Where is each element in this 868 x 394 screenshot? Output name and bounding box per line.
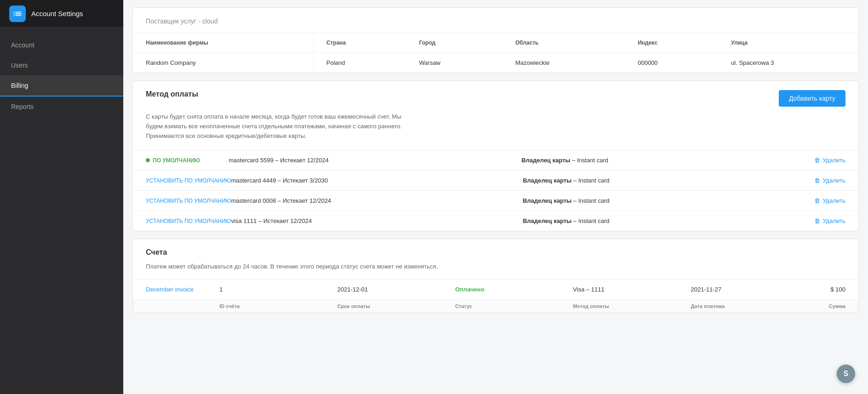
col-postal: Индекс xyxy=(625,33,718,53)
sidebar-item-account[interactable]: Account xyxy=(0,35,123,55)
sidebar-item-users[interactable]: Users xyxy=(0,55,123,75)
card-row-1: УСТАНОВИТЬ ПО УМОЛЧАНИЮ mastercard 4449 … xyxy=(133,170,858,190)
city-value: Warsaw xyxy=(406,53,502,73)
invoice-due-date: 2021-12-01 xyxy=(337,286,455,293)
default-badge: ПО УМОЛЧАНИЮ xyxy=(146,157,229,164)
col-street: Улица xyxy=(718,33,858,53)
country-value: Poland xyxy=(313,53,406,73)
col-country: Страна xyxy=(313,33,406,53)
delete-card-0-button[interactable]: 🗑 Удалить xyxy=(814,157,845,164)
invoice-row-0: December invoice 1 2021-12-01 Оплачено V… xyxy=(133,279,858,299)
sidebar-item-billing[interactable]: Billing xyxy=(0,75,123,97)
card-owner-2: Владелец карты – Instant card xyxy=(523,197,814,204)
dot-green-icon xyxy=(146,158,150,162)
set-default-card-1-button[interactable]: УСТАНОВИТЬ ПО УМОЛЧАНИЮ xyxy=(146,177,231,184)
set-default-card-3-button[interactable]: УСТАНОВИТЬ ПО УМОЛЧАНИЮ xyxy=(146,218,231,224)
postal-value: 000000 xyxy=(625,53,718,73)
sidebar: Account Settings Account Users Billing R… xyxy=(0,0,123,394)
header-payment-date: Дата платежа xyxy=(691,303,809,309)
col-region: Область xyxy=(502,33,625,53)
sidebar-item-reports[interactable]: Reports xyxy=(0,97,123,117)
sidebar-title: Account Settings xyxy=(31,10,83,17)
trash-icon: 🗑 xyxy=(814,157,820,164)
invoice-headers: ID счёта Срок оплаты Статус Метод оплаты… xyxy=(133,299,858,313)
sidebar-nav: Account Users Billing Reports xyxy=(0,28,123,394)
main-content: Поставщик услуг - cloud Наименование фир… xyxy=(123,0,868,394)
card-owner-0: Владелец карты – Instant card xyxy=(522,157,815,164)
card-info-0: mastercard 5599 – Истекает 12/2024 xyxy=(229,157,522,164)
payment-card: Метод оплаты Добавить карту С карты буде… xyxy=(132,80,859,231)
card-row-3: УСТАНОВИТЬ ПО УМОЛЧАНИЮ visa 1111 – Исте… xyxy=(133,211,858,231)
provider-row: Random Company Poland Warsaw Mazowieckie… xyxy=(133,53,858,73)
card-info-2: mastercard 0008 – Истекает 12/2024 xyxy=(231,197,523,204)
header-due-date: Срок оплаты xyxy=(337,303,455,309)
invoices-card: Счета Платеж может обрабатываться до 24 … xyxy=(132,239,859,313)
sidebar-item-reports-label: Reports xyxy=(11,103,34,110)
invoice-amount: $ 100 xyxy=(809,286,845,293)
card-owner-3: Владелец карты – Instant card xyxy=(523,217,814,224)
avatar[interactable]: S xyxy=(837,365,855,383)
payment-section-title: Метод оплаты xyxy=(146,90,198,98)
region-value: Mazowieckie xyxy=(502,53,625,73)
sidebar-item-users-label: Users xyxy=(11,62,28,69)
header-amount: Сумма xyxy=(809,303,845,309)
invoice-payment-method: Visa – 1111 xyxy=(573,286,691,293)
provider-section-title: Поставщик услуг - cloud xyxy=(133,8,858,33)
street-value: ul. Spacerowa 3 xyxy=(718,53,858,73)
invoice-status: Оплачено xyxy=(455,286,573,293)
trash-icon: 🗑 xyxy=(814,217,820,224)
col-city: Город xyxy=(406,33,502,53)
header-id: ID счёта xyxy=(219,303,337,309)
set-default-card-2-button[interactable]: УСТАНОВИТЬ ПО УМОЛЧАНИЮ xyxy=(146,198,231,204)
payment-description: С карты будет снята оплата в начале меся… xyxy=(133,107,427,150)
sidebar-item-billing-label: Billing xyxy=(11,82,28,89)
invoices-section-title: Счета xyxy=(133,239,858,260)
card-row-0: ПО УМОЛЧАНИЮ mastercard 5599 – Истекает … xyxy=(133,150,858,170)
payment-header: Метод оплаты Добавить карту xyxy=(133,81,858,107)
provider-table: Наименование фирмы Страна Город Область … xyxy=(133,33,858,73)
trash-icon: 🗑 xyxy=(814,177,820,184)
provider-card: Поставщик услуг - cloud Наименование фир… xyxy=(132,7,859,73)
add-card-button[interactable]: Добавить карту xyxy=(779,90,845,107)
header-payment-method: Метод оплаты xyxy=(573,303,691,309)
trash-icon: 🗑 xyxy=(814,197,820,204)
col-company-name: Наименование фирмы xyxy=(133,33,313,53)
invoices-description: Платеж может обрабатываться до 24 часов.… xyxy=(133,260,858,279)
invoice-id: 1 xyxy=(219,286,337,293)
card-info-3: visa 1111 – Истекает 12/2024 xyxy=(231,217,523,224)
delete-card-1-button[interactable]: 🗑 Удалить xyxy=(814,177,845,184)
sidebar-item-account-label: Account xyxy=(11,41,34,49)
header-status: Статус xyxy=(455,303,573,309)
card-info-1: mastercard 4449 – Истекает 3/2030 xyxy=(231,177,523,184)
card-row-2: УСТАНОВИТЬ ПО УМОЛЧАНИЮ mastercard 0008 … xyxy=(133,190,858,211)
app-logo-icon xyxy=(9,6,26,22)
invoice-link-0[interactable]: December invoice xyxy=(146,286,219,293)
card-owner-1: Владелец карты – Instant card xyxy=(523,177,814,184)
company-name-value: Random Company xyxy=(133,53,313,73)
sidebar-header: Account Settings xyxy=(0,0,123,28)
delete-card-2-button[interactable]: 🗑 Удалить xyxy=(814,197,845,204)
invoice-payment-date: 2021-11-27 xyxy=(691,286,809,293)
delete-card-3-button[interactable]: 🗑 Удалить xyxy=(814,217,845,224)
default-label: ПО УМОЛЧАНИЮ xyxy=(153,157,200,164)
